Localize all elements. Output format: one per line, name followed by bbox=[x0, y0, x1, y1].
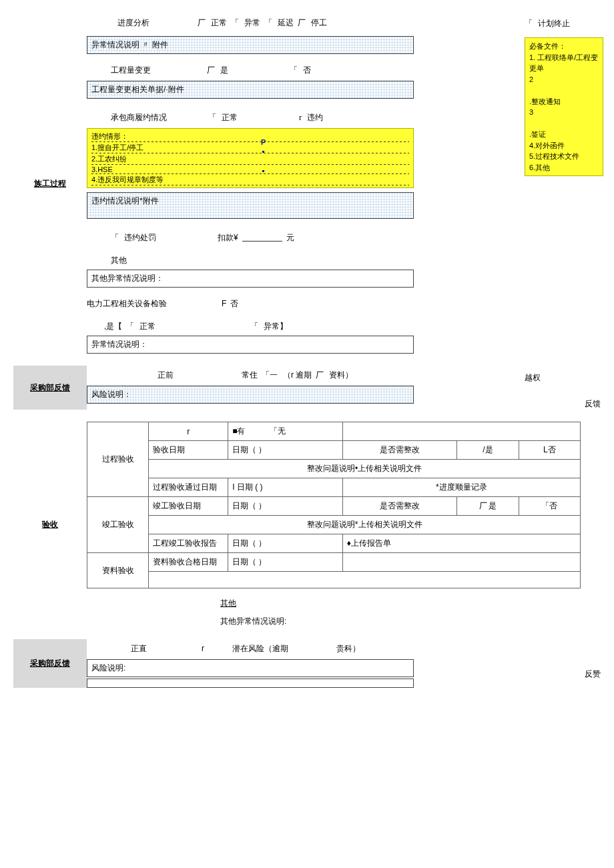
section-acceptance: 验收 过程验收 r ■有 「无 验收日期 日期（ ） 是否需整改 /是 L否 bbox=[13, 422, 601, 627]
section-label-procurement-2: 采购部反馈 bbox=[13, 639, 87, 688]
proc1-resident: 常住 bbox=[242, 370, 258, 381]
table-row: 竣工验收 竣工验收日期 日期（ ） 是否需整改 厂是 「否 bbox=[87, 497, 581, 516]
contractor-breach: 违约 bbox=[307, 112, 323, 123]
section-procurement-feedback-2: 采购部反馈 正直 r 潜在风险（逾期 贵科） 风险说明: 反赞 bbox=[13, 639, 601, 688]
row-is-normal: ,是【 「正常 「异常】 bbox=[87, 317, 521, 336]
cell-need-fix2: 是否需整改 bbox=[342, 497, 457, 516]
proc2-risk-box[interactable]: 风险说明: bbox=[87, 659, 414, 677]
checkbox-icon[interactable]: 「一 bbox=[262, 370, 278, 381]
checkbox-icon[interactable]: 「 bbox=[208, 112, 216, 123]
proc1-docs: 资料） bbox=[329, 370, 353, 381]
row-power-check: 电力工程相关设备检验 F 否 bbox=[87, 294, 521, 313]
cell-date2[interactable]: 日期（ ） bbox=[228, 497, 343, 516]
cell-date1[interactable]: 日期（ ） bbox=[228, 441, 343, 460]
marker-p-icon: P bbox=[261, 138, 266, 146]
cell-need-fix: 是否需整改 bbox=[342, 441, 457, 460]
cell-complete-accept: 竣工验收 bbox=[87, 497, 149, 553]
acceptance-table: 过程验收 r ■有 「无 验收日期 日期（ ） 是否需整改 /是 L否 整改问题… bbox=[87, 422, 581, 588]
cell-fix-no[interactable]: L否 bbox=[519, 441, 580, 460]
abn-desc2-box[interactable]: 异常情况说明： bbox=[87, 336, 414, 354]
progress-analysis-label: 进度分析 bbox=[117, 17, 149, 29]
other-block: 其他 其他异常情况说明: bbox=[220, 598, 601, 627]
row-contractor: 承包商履约情况 「正常 r 违约 bbox=[87, 108, 521, 127]
breach-desc-box[interactable]: 违约情况说明*附件 bbox=[87, 192, 414, 219]
dot-icon bbox=[262, 151, 264, 153]
cell-fix-yes2[interactable]: 厂是 bbox=[457, 497, 519, 516]
docs-3: 3.签证 bbox=[529, 107, 599, 140]
checkbox-icon[interactable]: 「 bbox=[126, 321, 134, 332]
checkbox-icon[interactable]: 「 bbox=[525, 18, 533, 29]
section-procurement-feedback-1: 采购部反馈 正前 常住 「一 （r 逾期 厂 资料） 风险说明： 越权 反馈 bbox=[13, 366, 601, 410]
abnormal-desc-box[interactable]: 异常情况说明 〃 附件 bbox=[87, 36, 414, 54]
proc2-r[interactable]: r bbox=[202, 644, 204, 653]
qty-change-docs-box[interactable]: 工程量变更相关单据/·附件 bbox=[87, 81, 414, 99]
proc2-empty-box[interactable] bbox=[87, 679, 414, 688]
cell-has-none: ■有 「无 bbox=[228, 422, 343, 441]
penalty-label: 违约处罚 bbox=[124, 232, 156, 244]
proc1-permit: 越权 bbox=[525, 372, 601, 384]
cell-empty bbox=[342, 422, 580, 441]
other-label: 其他 bbox=[111, 255, 127, 266]
checkbox-icon[interactable]: 厂 bbox=[298, 17, 306, 29]
section-label-construction: 族工过程 bbox=[13, 13, 87, 354]
cell-pass-date-label: 过程验收通过日期 bbox=[149, 478, 228, 497]
checkbox-icon[interactable]: 厂 bbox=[198, 17, 206, 29]
deduct-suf: 元 bbox=[286, 232, 294, 244]
cell-fix-no2[interactable]: 「否 bbox=[519, 497, 580, 516]
opt-delay: 延迟 bbox=[278, 17, 294, 29]
table-row: 验收日期 日期（ ） 是否需整改 /是 L否 bbox=[87, 441, 581, 460]
table-row: 整改问题说明•上传相关说明文件 bbox=[87, 460, 581, 478]
plan-terminate-label: 计划终止 bbox=[538, 18, 570, 29]
cell-fix-desc[interactable]: 整改问题说明•上传相关说明文件 bbox=[149, 460, 581, 478]
checkbox-icon[interactable]: 「 bbox=[231, 17, 239, 29]
checkbox-icon[interactable]: 厂 bbox=[316, 370, 324, 381]
cell-fix-desc2[interactable]: 整改问题说明*上传相关说明文件 bbox=[149, 516, 581, 534]
row-other: 其他 bbox=[87, 251, 521, 270]
power-no: 否 bbox=[230, 298, 238, 310]
checkbox-icon[interactable]: 厂 bbox=[479, 500, 487, 512]
checkbox-icon[interactable]: 「 bbox=[264, 17, 272, 29]
docs-6: 6.其他 bbox=[529, 162, 599, 173]
row-qty-change: 工程量变更 厂是 「否 bbox=[87, 61, 521, 79]
proc1-risk-box[interactable]: 风险说明： bbox=[87, 386, 414, 404]
checkbox-icon[interactable]: 「 bbox=[111, 232, 119, 244]
docs-head: 必备文件： bbox=[529, 41, 599, 52]
proc2-subject: 贵科） bbox=[336, 643, 360, 655]
construction-right-col: 「 计划终止 必备文件： 1. 工程联络单/工程变更单 2.整改通知 3.签证 … bbox=[521, 13, 601, 354]
deduct-amount-input[interactable] bbox=[242, 234, 282, 242]
cell-date4[interactable]: 日期（ ） bbox=[228, 553, 343, 572]
proc2-risk: 潜在风险（逾期 bbox=[232, 643, 288, 655]
cell-empty2 bbox=[342, 553, 580, 572]
none-mark[interactable]: 「无 bbox=[270, 426, 286, 436]
checkbox-icon[interactable]: r bbox=[299, 113, 302, 123]
table-row: 工程竣工验收报告 日期（ ） ♦上传报告单 bbox=[87, 534, 581, 553]
procurement1-content: 正前 常住 「一 （r 逾期 厂 资料） 风险说明： bbox=[87, 366, 521, 410]
dot-icon bbox=[262, 170, 264, 172]
breach-4: 4.违反我司规章制度等 bbox=[91, 174, 409, 185]
qty-change-label: 工程量变更 bbox=[111, 65, 151, 76]
proc2-feedback: 反赞 bbox=[525, 669, 601, 680]
cell-accept-date-label: 验收日期 bbox=[149, 441, 228, 460]
deduct-pre: 扣款¥ bbox=[218, 232, 238, 244]
proc1-feedback: 反馈 bbox=[525, 398, 601, 410]
cell-date3[interactable]: 日期（ ） bbox=[228, 534, 343, 553]
row-plan-terminate: 「 计划终止 bbox=[525, 16, 601, 31]
contractor-label: 承包商履约情况 bbox=[111, 112, 167, 123]
cell-i-date[interactable]: I 日期 ( ) bbox=[228, 478, 343, 497]
table-row: 过程验收 r ■有 「无 bbox=[87, 422, 581, 441]
other-desc-box[interactable]: 其他异常情况说明： bbox=[87, 270, 414, 288]
is-normal: 正常 bbox=[139, 321, 156, 332]
checkbox-icon[interactable]: 「 bbox=[290, 65, 298, 76]
qty-yes: 是 bbox=[220, 65, 228, 76]
checkbox-icon[interactable]: 厂 bbox=[207, 65, 215, 76]
docs-4: 4.对外函件 bbox=[529, 140, 599, 151]
opt-normal: 正常 bbox=[211, 17, 227, 29]
checkbox-icon[interactable]: 「 bbox=[250, 321, 258, 332]
has-mark[interactable]: ■有 bbox=[232, 426, 245, 436]
cell-complete-report-label: 工程竣工验收报告 bbox=[149, 534, 228, 553]
is-pre: ,是【 bbox=[104, 321, 122, 332]
proc1-right: 越权 反馈 bbox=[521, 366, 601, 410]
cell-fix-yes[interactable]: /是 bbox=[457, 441, 519, 460]
docs-2: 2.整改通知 bbox=[529, 74, 599, 107]
cell-upload-report[interactable]: ♦上传报告单 bbox=[342, 534, 580, 553]
